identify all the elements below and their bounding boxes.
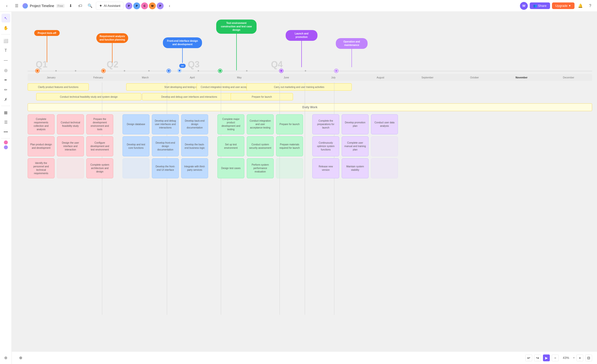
dot-nov [305, 70, 306, 72]
card-complete-prep[interactable]: Complete the preparations for launch [312, 114, 339, 134]
fit-page-button[interactable]: ⊡ [585, 354, 592, 361]
share-button[interactable]: 👥 Share [530, 2, 550, 9]
zoom-out-button[interactable]: − [552, 354, 559, 361]
download-button[interactable]: ⬇ [67, 2, 74, 10]
card-prepare-launch[interactable]: Prepare for launch [276, 114, 303, 134]
bottom-left: ⊕ [17, 354, 24, 362]
milestone-req-line [112, 43, 113, 63]
card-system-arch[interactable]: Complete system architecture and design [86, 158, 113, 178]
card-identify-personnel[interactable]: Identify the personnel and technical req… [28, 158, 55, 178]
tbar-clarify: Clarify product features and functions [28, 83, 89, 91]
zoom-dropdown-icon[interactable]: ▾ [573, 356, 574, 359]
canvas-area[interactable]: Q1 Q2 Q3 Q4 January February March April… [12, 12, 597, 364]
bell-button[interactable]: 🔔 [576, 2, 584, 10]
card-dec-empty-1 [371, 136, 398, 156]
month-apr: April [169, 76, 216, 79]
upgrade-label: Upgrade ✦ [555, 4, 571, 8]
milestone-launch: Launch and promotion [286, 30, 317, 67]
month-axis: January February March April May June Ju… [28, 74, 592, 81]
card-user-manual[interactable]: Complete user manual and training plan [342, 136, 369, 156]
milestone-test-line [236, 34, 237, 70]
sidebar-line-icon[interactable]: — [1, 56, 10, 65]
card-design-db[interactable]: Design database [123, 114, 149, 134]
gap-aug [211, 114, 215, 178]
sidebar-eraser-icon[interactable]: ✗ [1, 95, 10, 104]
collab-icons: P P C M P [125, 2, 164, 9]
card-promo-plan[interactable]: Develop promotion plan [342, 114, 369, 134]
card-req-collect[interactable]: Complete requirements collection and ana… [28, 114, 55, 134]
card-release[interactable]: Release new version [312, 158, 339, 178]
sidebar-pencil-icon[interactable]: ✏ [1, 85, 10, 94]
sidebar-pen-icon[interactable]: ✒ [1, 75, 10, 84]
card-perf-eval[interactable]: Perform system performance evaluation [247, 158, 274, 178]
zoom-in-button[interactable]: + [576, 354, 583, 361]
back-button[interactable]: ‹ [3, 2, 11, 10]
card-design-ui[interactable]: Design the user interface and interactio… [57, 136, 84, 156]
ai-assistant-button[interactable]: ✦ AI Assistant [96, 2, 124, 10]
color-dot-purple[interactable] [4, 145, 8, 149]
help-button[interactable]: ? [586, 2, 594, 10]
cursor-mode-button[interactable]: ▶ [543, 354, 550, 361]
toolbar-right: W 👥 Share Upgrade ✦ 🔔 ? [520, 2, 594, 10]
card-dev-env[interactable]: Prepare the development environment and … [86, 114, 113, 134]
card-feb-empty [57, 158, 84, 178]
menu-button[interactable]: ☰ [13, 2, 21, 10]
card-be-design-doc[interactable]: Develop back-end design documentation [181, 114, 208, 134]
cards-section: Complete requirements collection and ana… [28, 114, 398, 178]
dot-mar [75, 70, 76, 72]
card-feasibility[interactable]: Conduct technical feasibility study [57, 114, 84, 134]
card-dev-core[interactable]: Develop and test core functions [123, 136, 149, 156]
month-feb: February [75, 76, 122, 79]
sidebar-list-icon[interactable]: ☰ [1, 118, 10, 127]
milestone-kickoff: Project kick-off [34, 30, 60, 62]
redo-button[interactable]: ↪ [534, 354, 541, 361]
add-section-button[interactable]: ⊕ [17, 354, 24, 362]
sidebar-add-section-icon[interactable]: ⊕ [1, 353, 10, 362]
color-dot-pink[interactable] [4, 140, 8, 144]
upgrade-button[interactable]: Upgrade ✦ [552, 2, 574, 9]
zoom-level[interactable]: 43% [561, 356, 571, 360]
collapse-right-button[interactable]: ‹ [166, 2, 173, 10]
card-dec-empty-2 [371, 158, 398, 178]
card-dev-ui[interactable]: Develop and debug user interfaces and in… [152, 114, 179, 134]
collab-p3: P [157, 2, 164, 9]
sidebar-cursor-icon[interactable]: ↖ [1, 14, 10, 22]
month-mar: March [122, 76, 169, 79]
q3-dot-2 [178, 69, 181, 72]
card-fe-ui[interactable]: Develop the front-end UI interface [152, 158, 179, 178]
card-design-tests[interactable]: Design test cases [217, 158, 244, 178]
zoom-out-icon: − [554, 356, 556, 360]
milestone-ops: Operation and maintenance [336, 38, 368, 67]
tag-button[interactable]: 🏷 [76, 2, 84, 10]
card-be-business[interactable]: Develop the back-end business logic [181, 136, 208, 156]
undo-button[interactable]: ↩ [525, 354, 532, 361]
card-maintain[interactable]: Maintain system stability [342, 158, 369, 178]
dot-jul [198, 70, 199, 72]
main-layout: ↖ ✋ ⬜ T — ◎ ✒ ✏ ✗ ▦ ☰ ••• ⊕ Q1 Q2 Q3 Q4 [0, 12, 597, 364]
card-plan-product[interactable]: Plan product design and development [28, 136, 55, 156]
card-third-party[interactable]: Integrate with third-party services [181, 158, 208, 178]
card-set-test-env[interactable]: Set up test environment [217, 136, 244, 156]
search-button[interactable]: 🔍 [86, 2, 94, 10]
sidebar-shape-icon[interactable]: ◎ [1, 66, 10, 75]
user-avatar: W [520, 2, 528, 10]
sidebar-hand-icon[interactable]: ✋ [1, 23, 10, 32]
card-integration-test[interactable]: Conduct integration and user acceptance … [247, 114, 274, 134]
card-security[interactable]: Conduct system security assessment [247, 136, 274, 156]
sidebar-more-icon[interactable]: ••• [1, 128, 10, 136]
sidebar-text-icon[interactable]: T [1, 46, 10, 55]
card-configure[interactable]: Configure development and test environme… [86, 136, 113, 156]
card-fe-design-doc[interactable]: Develop front-end design documentation [152, 136, 179, 156]
card-major-dev[interactable]: Complete major product development and t… [217, 114, 244, 134]
col-nov-1: Develop promotion plan Complete user man… [342, 114, 369, 178]
sidebar-bottom-icon[interactable]: ⊕ [1, 353, 10, 362]
card-optimize[interactable]: Continuously optimize system functions [312, 136, 339, 156]
card-user-data[interactable]: Conduct user data analysis [371, 114, 398, 134]
month-sep: September [404, 76, 451, 79]
sidebar-table-icon[interactable]: ▦ [1, 108, 10, 117]
q3-dot-1 [167, 69, 170, 73]
card-prepare-materials[interactable]: Prepare materials required for launch [276, 136, 303, 156]
sidebar-divider-1 [1, 34, 11, 34]
sidebar-frame-icon[interactable]: ⬜ [1, 36, 10, 45]
left-sidebar: ↖ ✋ ⬜ T — ◎ ✒ ✏ ✗ ▦ ☰ ••• ⊕ [0, 12, 12, 364]
